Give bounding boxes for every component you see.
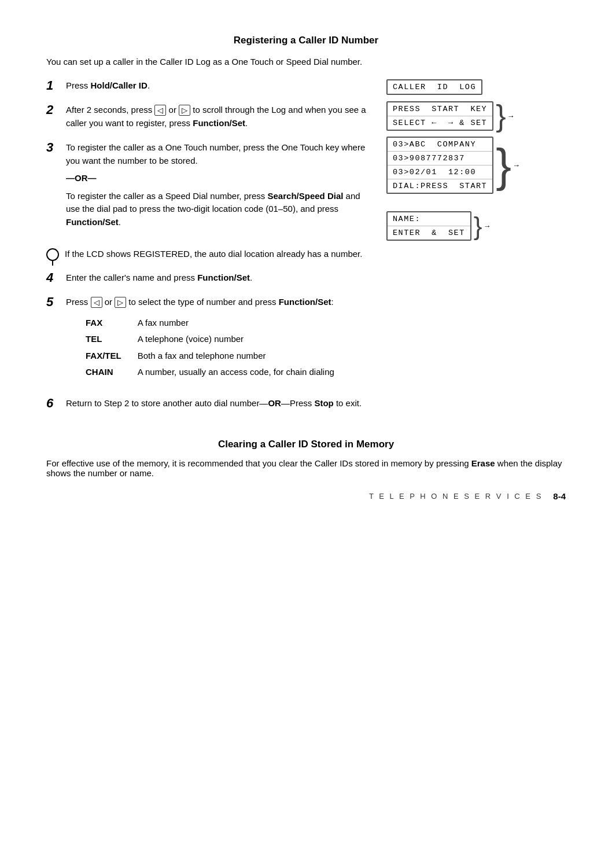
step-3-text: To register the caller as a One Touch nu… (66, 141, 369, 229)
step-3: 3 To register the caller as a One Touch … (46, 141, 369, 229)
arrow1: → (507, 112, 515, 120)
step-3-num: 3 (46, 140, 59, 155)
step-4: 4 Enter the caller's name and press Func… (46, 271, 566, 285)
step-5: 5 Press ◁ or ▷ to select the type of num… (46, 296, 566, 387)
step-6-num: 6 (46, 396, 59, 411)
step-2-text: After 2 seconds, press ◁ or ▷ to scroll … (66, 104, 369, 130)
lcd-group2: 03>ABC COMPANY 03>9087772837 03>02/01 12… (386, 137, 493, 194)
section1-title: Registering a Caller ID Number (46, 35, 566, 46)
tip-text: If the LCD shows REGISTERED, the auto di… (65, 248, 362, 261)
lcd-date: 03>02/01 12:00 (388, 165, 492, 179)
dial-faxtel-desc: Both a fax and telephone number (138, 348, 344, 365)
steps-lower: 4 Enter the caller's name and press Func… (46, 271, 566, 411)
arrow3: → (484, 222, 491, 230)
step-1: 1 Press Hold/Caller ID. (46, 79, 369, 93)
lcd-abc-company: 03>ABC COMPANY (388, 138, 492, 152)
intro-text: You can set up a caller in the Caller ID… (46, 57, 566, 67)
step-5-text: Press ◁ or ▷ to select the type of numbe… (66, 296, 344, 387)
step-1-text: Press Hold/Caller ID. (66, 79, 150, 93)
brace3: } (474, 215, 482, 237)
step-2: 2 After 2 seconds, press ◁ or ▷ to scrol… (46, 104, 369, 130)
dial-tel-label: TEL (86, 331, 138, 348)
section2-text: For effective use of the memory, it is r… (46, 458, 566, 478)
brace2: } (496, 146, 511, 185)
lcd-group2-wrapper: 03>ABC COMPANY 03>9087772837 03>02/01 12… (386, 137, 566, 194)
step-5-num: 5 (46, 295, 59, 310)
dial-tel-row: TEL A telephone (voice) number (86, 331, 344, 348)
dial-chain-label: CHAIN (86, 364, 138, 381)
lcd-phone: 03>9087772837 (388, 152, 492, 165)
step-4-num: 4 (46, 270, 59, 285)
step-6-text: Return to Step 2 to store another auto d… (66, 397, 362, 410)
footer-service: T E L E P H O N E S E R V I C E S (369, 492, 543, 501)
lcd-display-col: CALLER ID LOG PRESS START KEY SELECT ← →… (386, 79, 566, 241)
lcd-dial-press: DIAL:PRESS START (388, 179, 492, 193)
steps-col: 1 Press Hold/Caller ID. 2 After 2 second… (46, 79, 369, 234)
lcd-select: SELECT ← → & SET (388, 116, 492, 130)
lcd-caller-id-log: CALLER ID LOG (386, 79, 566, 97)
dial-tel-desc: A telephone (voice) number (138, 331, 344, 348)
step-1-num: 1 (46, 78, 59, 93)
lcd-name-box: NAME: ENTER & SET (386, 211, 471, 241)
lcd-row-caller-id-log: CALLER ID LOG (388, 80, 481, 94)
dial-chain-desc: A number, usually an access code, for ch… (138, 364, 344, 381)
bracket2-right: } → (496, 146, 520, 185)
tip-icon (46, 248, 59, 261)
footer-page-num: 8-4 (553, 491, 566, 501)
lcd-group1-wrapper: PRESS START KEY SELECT ← → & SET } → (386, 101, 566, 131)
lcd-name-wrapper: NAME: ENTER & SET } → (386, 211, 566, 241)
step-2-num: 2 (46, 102, 59, 117)
lcd-enter-set: ENTER & SET (388, 226, 470, 240)
bracket1-right: } → (496, 103, 514, 128)
arrow2: → (513, 161, 520, 170)
dial-fax-label: FAX (86, 315, 138, 332)
dial-faxtel-row: FAX/TEL Both a fax and telephone number (86, 348, 344, 365)
page: Registering a Caller ID Number You can s… (0, 0, 612, 524)
dial-chain-row: CHAIN A number, usually an access code, … (86, 364, 344, 381)
footer: T E L E P H O N E S E R V I C E S 8-4 (0, 491, 612, 501)
bracket3-right: } → (474, 215, 491, 237)
dial-fax-desc: A fax number (138, 315, 344, 332)
dial-fax-row: FAX A fax number (86, 315, 344, 332)
dial-faxtel-label: FAX/TEL (86, 348, 138, 365)
lcd-group1: PRESS START KEY SELECT ← → & SET (386, 101, 493, 131)
step-4-text: Enter the caller's name and press Functi… (66, 271, 252, 285)
lcd-name-row: NAME: (388, 212, 470, 226)
step-6: 6 Return to Step 2 to store another auto… (46, 397, 566, 411)
lcd-press-start: PRESS START KEY (388, 102, 492, 116)
section2: Clearing a Caller ID Stored in Memory Fo… (46, 439, 566, 478)
dial-type-table: FAX A fax number TEL A telephone (voice)… (86, 315, 344, 381)
brace1: } (496, 103, 506, 128)
tip-block: If the LCD shows REGISTERED, the auto di… (46, 248, 566, 261)
section2-title: Clearing a Caller ID Stored in Memory (46, 439, 566, 450)
